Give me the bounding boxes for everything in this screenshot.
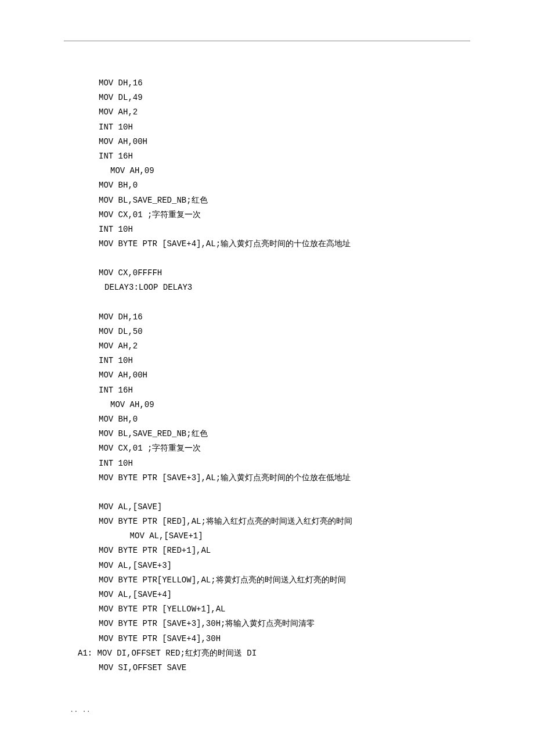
code-line: MOV SI,OFFSET SAVE [64, 661, 470, 675]
code-line: MOV CX,0FFFFH [64, 266, 470, 280]
code-line: MOV AL,[SAVE+4] [64, 588, 470, 602]
code-line: MOV CX,01 ;字符重复一次 [64, 441, 470, 456]
code-line: MOV AH,09 [64, 398, 470, 412]
code-line: MOV AH,09 [64, 164, 470, 178]
assembly-code-block: MOV DH,16MOV DL,49MOV AH,2INT 10HMOV AH,… [64, 76, 470, 675]
code-line: INT 16H [64, 383, 470, 398]
code-line: MOV BYTE PTR [RED],AL;将输入红灯点亮的时间送入红灯亮的时间 [64, 514, 470, 529]
code-line: INT 10H [64, 354, 470, 368]
code-line: MOV AH,2 [64, 339, 470, 354]
code-line: MOV BH,0 [64, 178, 470, 193]
code-line: MOV BYTE PTR [SAVE+3],30H;将输入黄灯点亮时间清零 [64, 617, 470, 631]
code-line: MOV DH,16 [64, 76, 470, 91]
code-line: A1: MOV DI,OFFSET RED;红灯亮的时间送 DI [64, 646, 470, 661]
code-line: MOV CX,01 ;字符重复一次 [64, 208, 470, 222]
code-line: MOV AH,2 [64, 105, 470, 120]
code-line [64, 251, 470, 266]
code-line: INT 10H [64, 222, 470, 237]
page-footer-dots: .. .. [64, 704, 470, 717]
code-line: INT 10H [64, 120, 470, 135]
code-line: MOV AL,[SAVE] [64, 500, 470, 514]
document-page: MOV DH,16MOV DL,49MOV AH,2INT 10HMOV AH,… [0, 0, 534, 756]
code-line: MOV DL,50 [64, 325, 470, 339]
code-line: MOV BYTE PTR [SAVE+3],AL;输入黄灯点亮时间的个位放在低地… [64, 471, 470, 485]
code-line: MOV BYTE PTR [SAVE+4],AL;输入黄灯点亮时间的十位放在高地… [64, 237, 470, 251]
code-line: INT 16H [64, 149, 470, 164]
code-line: MOV BYTE PTR [RED+1],AL [64, 543, 470, 558]
code-line: MOV BH,0 [64, 412, 470, 427]
code-line: MOV AL,[SAVE+1] [64, 529, 470, 543]
code-line: MOV AH,00H [64, 368, 470, 383]
code-line: MOV BL,SAVE_RED_NB;红色 [64, 193, 470, 208]
code-line: MOV AH,00H [64, 135, 470, 149]
code-line: MOV BYTE PTR[YELLOW],AL;将黄灯点亮的时间送入红灯亮的时间 [64, 573, 470, 588]
code-line: MOV BYTE PTR [SAVE+4],30H [64, 632, 470, 646]
code-line: MOV BL,SAVE_RED_NB;红色 [64, 427, 470, 441]
code-line: MOV BYTE PTR [YELLOW+1],AL [64, 602, 470, 617]
code-line [64, 485, 470, 500]
code-line: MOV DH,16 [64, 310, 470, 325]
code-line [64, 296, 470, 310]
page-header-rule [64, 41, 470, 41]
code-line: DELAY3:LOOP DELAY3 [64, 280, 470, 295]
code-line: INT 10H [64, 456, 470, 471]
code-line: MOV AL,[SAVE+3] [64, 559, 470, 573]
code-line: MOV DL,49 [64, 91, 470, 105]
